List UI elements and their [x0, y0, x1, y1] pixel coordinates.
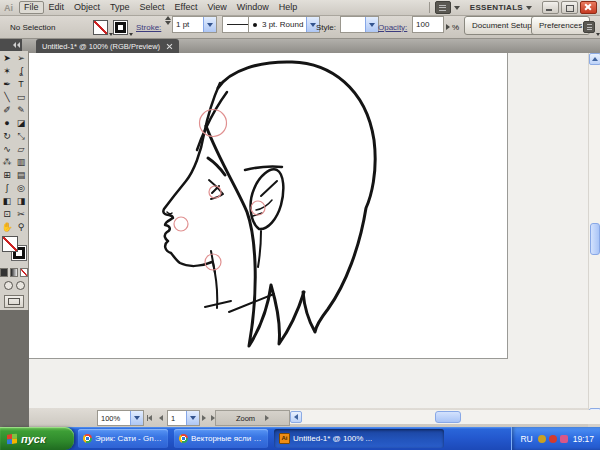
- tool-mesh[interactable]: ⊞: [0, 169, 14, 182]
- tool-magic-wand[interactable]: ✶: [0, 65, 14, 78]
- artboard-number-combo[interactable]: 1: [167, 410, 200, 426]
- style-combo[interactable]: [340, 16, 379, 33]
- tool-scale[interactable]: ⤡: [14, 130, 28, 143]
- stroke-label[interactable]: Stroke:: [136, 16, 161, 38]
- document-tab[interactable]: Untitled-1* @ 100% (RGB/Preview): [36, 39, 179, 53]
- brush-definition-combo[interactable]: 3 pt. Round: [248, 16, 320, 33]
- menu-select[interactable]: Select: [135, 1, 170, 14]
- stroke-width-combo[interactable]: 1 pt: [172, 16, 217, 33]
- screen-mode-button[interactable]: [4, 295, 24, 308]
- tool-lasso[interactable]: ʆ: [14, 65, 28, 78]
- taskbar-button-1[interactable]: Эрик: Сати - Gnossie...: [78, 429, 168, 448]
- opacity-input[interactable]: 100: [412, 16, 444, 33]
- minimize-button[interactable]: [542, 1, 559, 14]
- document-setup-button[interactable]: Document Setup: [464, 16, 540, 35]
- tool-blob-brush[interactable]: ●: [0, 117, 14, 130]
- stroke-width-stepper[interactable]: [165, 16, 171, 38]
- fill-swatch[interactable]: [93, 16, 113, 38]
- opacity-label[interactable]: Opacity:: [378, 16, 407, 38]
- none-button[interactable]: [20, 268, 28, 277]
- vertical-scrollbar[interactable]: [588, 53, 600, 420]
- taskbar-button-3[interactable]: AiUntitled-1* @ 100% ...: [274, 429, 444, 448]
- tool-live-paint-selection[interactable]: ◨: [14, 195, 28, 208]
- workspace-switcher[interactable]: ESSENTIALS: [470, 3, 523, 12]
- panel-options-icon[interactable]: [583, 16, 600, 38]
- chevron-down-icon[interactable]: [526, 6, 532, 10]
- language-indicator[interactable]: RU: [520, 434, 532, 444]
- tray-icon-red[interactable]: [549, 435, 557, 443]
- color-button[interactable]: [0, 268, 8, 277]
- menu-view[interactable]: View: [202, 1, 231, 14]
- tool-symbol-sprayer[interactable]: ⁂: [0, 156, 14, 169]
- menu-window[interactable]: Window: [232, 1, 274, 14]
- tool-blend[interactable]: ◎: [14, 182, 28, 195]
- menu-edit[interactable]: Edit: [44, 1, 70, 14]
- tab-close-icon[interactable]: [166, 43, 173, 50]
- tool-warp[interactable]: ∿: [0, 143, 14, 156]
- stroke-swatch[interactable]: [113, 16, 133, 38]
- menu-items: FileEditObjectTypeSelectEffectViewWindow…: [19, 1, 302, 14]
- fill-stroke-indicator[interactable]: [0, 234, 28, 266]
- tool-hand[interactable]: ✋: [0, 221, 14, 234]
- tool-type[interactable]: T: [14, 78, 28, 91]
- tools-panel-collapse[interactable]: [0, 39, 22, 51]
- tray-icon-amber[interactable]: [538, 435, 546, 443]
- menu-file[interactable]: File: [19, 1, 44, 14]
- status-field[interactable]: Zoom: [215, 410, 290, 426]
- horizontal-scroll-thumb[interactable]: [435, 411, 461, 423]
- tool-paintbrush[interactable]: ✐: [0, 104, 14, 117]
- previous-artboard-button[interactable]: [156, 410, 165, 425]
- dropdown-icon: [365, 17, 378, 32]
- preferences-button[interactable]: Preferences: [531, 16, 590, 35]
- fill-color-well[interactable]: [2, 236, 18, 252]
- tool-live-paint-bucket[interactable]: ◧: [0, 195, 14, 208]
- tray-icon-pink[interactable]: [560, 435, 568, 443]
- start-button[interactable]: пуск: [0, 427, 74, 450]
- tool-eraser[interactable]: ◪: [14, 117, 28, 130]
- tool-free-transform[interactable]: ▱: [14, 143, 28, 156]
- tool-rotate[interactable]: ↻: [0, 130, 14, 143]
- gradient-button[interactable]: [10, 268, 18, 277]
- vertical-scroll-thumb[interactable]: [590, 223, 600, 255]
- tool-line-segment[interactable]: ╲: [0, 91, 14, 104]
- zoom-level-combo[interactable]: 100%: [97, 410, 144, 426]
- brush-dot-preview: [253, 23, 257, 27]
- tool-selection[interactable]: ➤: [0, 52, 14, 65]
- next-artboard-button[interactable]: [199, 410, 208, 425]
- tool-rectangle[interactable]: ▭: [14, 91, 28, 104]
- tool-direct-selection[interactable]: ➢: [14, 52, 28, 65]
- tool-gradient[interactable]: ▤: [14, 169, 28, 182]
- artboard[interactable]: [29, 53, 508, 359]
- divider: [429, 2, 430, 13]
- tool-slice[interactable]: ✂: [14, 208, 28, 221]
- tool-pencil[interactable]: ✎: [14, 104, 28, 117]
- brush-name: 3 pt. Round: [259, 20, 306, 29]
- windows-logo-icon: [7, 433, 17, 444]
- menu-object[interactable]: Object: [69, 1, 105, 14]
- tool-column-graph[interactable]: ▥: [14, 156, 28, 169]
- menu-type[interactable]: Type: [105, 1, 135, 14]
- menu-effect[interactable]: Effect: [170, 1, 203, 14]
- horizontal-scrollbar[interactable]: [290, 410, 600, 424]
- canvas-pasteboard[interactable]: [29, 53, 588, 408]
- scroll-up-icon[interactable]: [589, 53, 600, 65]
- arrange-documents-icon[interactable]: [435, 1, 451, 14]
- tool-zoom[interactable]: ⚲: [14, 221, 28, 234]
- clock[interactable]: 19:17: [573, 434, 594, 444]
- menu-help[interactable]: Help: [274, 1, 303, 14]
- scroll-left-icon[interactable]: [290, 411, 302, 423]
- browser-icon: [83, 434, 92, 443]
- close-button[interactable]: [580, 1, 597, 14]
- chevron-down-icon[interactable]: [454, 6, 460, 10]
- artwork-face-profile[interactable]: [29, 53, 507, 358]
- opacity-expand-icon[interactable]: [444, 16, 452, 38]
- menu-bar: Ai FileEditObjectTypeSelectEffectViewWin…: [0, 0, 600, 16]
- first-artboard-button[interactable]: [145, 410, 154, 425]
- tool-artboard[interactable]: ⊡: [0, 208, 14, 221]
- draw-mode-icon[interactable]: [4, 281, 13, 290]
- tool-pen[interactable]: ✒: [0, 78, 14, 91]
- draw-mode-icon[interactable]: [16, 281, 25, 290]
- tool-eyedropper[interactable]: ʃ: [0, 182, 14, 195]
- taskbar-button-2[interactable]: Векторные ясли по ...: [174, 429, 268, 448]
- restore-button[interactable]: [561, 1, 578, 14]
